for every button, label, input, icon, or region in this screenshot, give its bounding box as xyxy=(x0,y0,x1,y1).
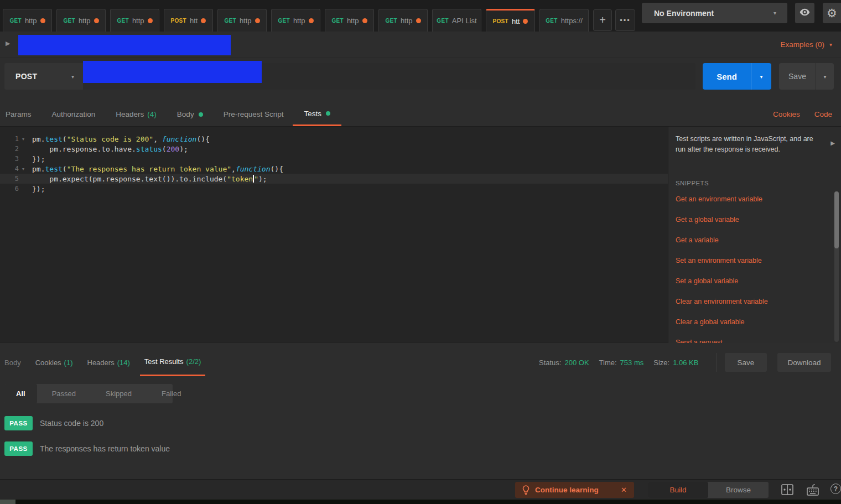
more-tabs-button[interactable]: ••• xyxy=(615,9,635,31)
tab-pre-request-script[interactable]: Pre-request Script xyxy=(224,102,284,126)
code-line[interactable]: 6}); xyxy=(0,184,668,194)
unsaved-dot-icon xyxy=(416,18,421,23)
shortcuts-button[interactable] xyxy=(807,484,819,498)
help-button[interactable]: ? xyxy=(830,484,841,494)
request-links: Cookies Code xyxy=(773,102,832,126)
request-tab[interactable]: GEThttp xyxy=(3,9,52,32)
test-result-row: PASSThe responses has return token value xyxy=(4,441,502,456)
cookies-link[interactable]: Cookies xyxy=(773,110,800,118)
chevron-down-icon[interactable]: ▾ xyxy=(816,63,834,90)
request-tab[interactable]: GEThttp xyxy=(110,9,159,32)
filter-all[interactable]: All xyxy=(4,384,37,403)
snippets-heading: SNIPPETS xyxy=(676,180,709,186)
filter-skipped[interactable]: Skipped xyxy=(91,384,147,403)
chevron-down-icon[interactable]: ▾ xyxy=(751,63,771,90)
snippets-panel: Test scripts are written in JavaScript, … xyxy=(668,126,841,343)
scrollbar-thumb[interactable] xyxy=(834,191,839,248)
line-number: 6 xyxy=(15,185,19,193)
tab-body[interactable]: Body xyxy=(177,102,203,126)
filter-passed[interactable]: Passed xyxy=(37,384,91,403)
snippet-link[interactable]: Set an environment variable xyxy=(676,257,827,277)
send-button[interactable]: Send ▾ xyxy=(703,63,771,90)
request-name-redacted xyxy=(18,35,231,55)
code-line[interactable]: 2 pm.response.to.have.status(200); xyxy=(0,144,668,154)
response-tab-body[interactable]: Body xyxy=(4,349,21,376)
request-tab[interactable]: GEThttp xyxy=(217,9,267,32)
tab-label: Headers xyxy=(116,110,144,118)
request-tab[interactable]: GEThttp xyxy=(378,9,428,32)
snippet-list: Get an environment variableGet a global … xyxy=(676,195,827,343)
fold-arrow-icon[interactable]: ▾ xyxy=(19,167,28,172)
code-token: (){ xyxy=(271,165,283,173)
request-tab[interactable]: GEThttp xyxy=(56,9,106,32)
two-pane-layout-button[interactable] xyxy=(781,484,793,497)
gutter: 1▾ xyxy=(0,135,28,143)
chevron-down-icon: ▾ xyxy=(71,74,74,80)
save-response-button[interactable]: Save xyxy=(725,353,767,372)
collapse-panel-icon[interactable]: ▶ xyxy=(830,140,835,146)
tab-label: Authorization xyxy=(52,110,96,118)
request-tab[interactable]: GEThttp xyxy=(271,9,320,32)
examples-label: Examples (0) xyxy=(780,40,824,49)
tab-title: http xyxy=(132,17,144,25)
settings-button[interactable]: ⚙ xyxy=(823,3,841,23)
pass-badge: PASS xyxy=(4,416,33,430)
method-selector[interactable]: POST ▾ xyxy=(4,63,83,90)
method-badge: POST xyxy=(493,18,508,24)
test-result-row: PASSStatus code is 200 xyxy=(4,416,502,430)
environment-selector[interactable]: No Environment ▾ xyxy=(642,3,787,23)
tab-headers[interactable]: Headers(4) xyxy=(116,102,157,126)
keyboard-icon xyxy=(807,484,819,498)
code-line[interactable]: 3}); xyxy=(0,154,668,164)
tab-params[interactable]: Params xyxy=(6,102,32,126)
snippet-link[interactable]: Send a request xyxy=(676,339,827,343)
request-tab[interactable]: GETAPI List xyxy=(432,9,481,32)
method-badge: GET xyxy=(437,18,448,24)
response-tab-cookies[interactable]: Cookies(1) xyxy=(35,349,73,376)
save-request-button[interactable]: Save ▾ xyxy=(779,63,834,90)
snippet-link[interactable]: Set a global variable xyxy=(676,277,827,298)
status-footer: Continue learning ✕ Build Browse ? xyxy=(0,479,841,500)
unsaved-dot-icon xyxy=(523,19,528,24)
code-text: pm.test("The responses has return token … xyxy=(28,165,283,173)
close-icon[interactable]: ✕ xyxy=(621,486,627,494)
code-token: "token xyxy=(227,175,253,183)
examples-dropdown[interactable]: Examples (0) ▾ xyxy=(780,32,832,58)
tests-code-editor[interactable]: 1▾pm.test("Status code is 200", function… xyxy=(0,126,668,343)
tab-authorization[interactable]: Authorization xyxy=(52,102,96,126)
snippet-link[interactable]: Get an environment variable xyxy=(676,195,827,216)
build-toggle[interactable]: Build xyxy=(648,482,708,498)
response-tab-test-results[interactable]: Test Results(2/2) xyxy=(140,349,206,376)
green-dot-icon xyxy=(199,112,203,117)
scrollbar-track[interactable] xyxy=(834,191,839,342)
snippet-link[interactable]: Clear an environment variable xyxy=(676,298,827,318)
environment-quick-look-button[interactable] xyxy=(795,3,814,23)
filter-failed[interactable]: Failed xyxy=(147,384,196,403)
new-tab-button[interactable]: + xyxy=(593,9,612,31)
code-token: status xyxy=(136,145,162,153)
snippet-link[interactable]: Get a variable xyxy=(676,236,827,257)
code-line[interactable]: 1▾pm.test("Status code is 200", function… xyxy=(0,134,668,144)
tab-label: Cookies xyxy=(35,358,61,367)
code-line[interactable]: 4▾pm.test("The responses has return toke… xyxy=(0,164,668,174)
snippet-link[interactable]: Clear a global variable xyxy=(676,318,827,339)
code-link[interactable]: Code xyxy=(814,110,832,118)
response-tab-headers[interactable]: Headers(14) xyxy=(87,349,130,376)
tab-tests[interactable]: Tests xyxy=(293,102,341,126)
save-label: Save xyxy=(779,63,816,90)
download-response-button[interactable]: Download xyxy=(777,353,831,372)
fold-arrow-icon[interactable]: ▾ xyxy=(19,137,28,142)
request-tab[interactable]: GEThttp xyxy=(325,9,374,32)
request-tab[interactable]: GEThttps:// xyxy=(539,9,589,32)
continue-learning-banner[interactable]: Continue learning ✕ xyxy=(515,482,634,498)
code-token: , xyxy=(153,135,162,143)
request-tab[interactable]: POSThtt xyxy=(164,9,213,32)
request-tab[interactable]: POSThtt xyxy=(486,9,535,32)
code-token: function xyxy=(162,135,197,143)
snippet-link[interactable]: Get a global variable xyxy=(676,216,827,236)
browse-toggle[interactable]: Browse xyxy=(708,482,769,498)
response-meta: Status: 200 OK Time: 753 ms Size: 1.06 K… xyxy=(539,349,698,376)
collapse-arrow-icon[interactable]: ▶ xyxy=(6,40,10,47)
code-line[interactable]: 5 pm.expect(pm.response.text()).to.inclu… xyxy=(0,174,668,184)
desktop-edge xyxy=(0,500,841,504)
